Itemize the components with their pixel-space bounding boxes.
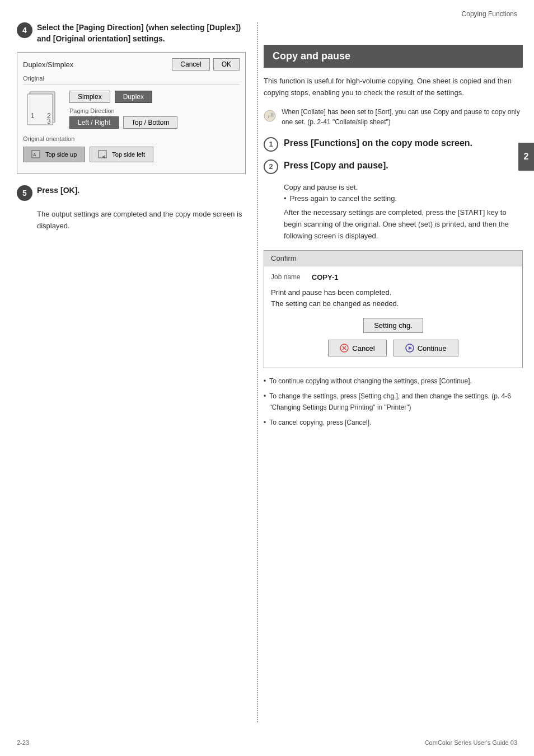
paging-direction-section: Paging Direction Left / Right Top / Bott… [69, 107, 177, 129]
orientation-buttons-row: A Top side up A Top side left [23, 147, 240, 162]
bullet-item-3-text: To cancel copying, press [Cancel]. [269, 417, 371, 428]
confirm-cancel-label: Cancel [352, 344, 374, 353]
confirm-dialog-body: Job name COPY-1 Print and pause has been… [264, 266, 522, 368]
step4-title: Select the [Paging Direction] (when sele… [37, 22, 246, 44]
confirm-dialog: Confirm Job name COPY-1 Print and pause … [264, 250, 523, 369]
top-side-up-button[interactable]: A Top side up [23, 147, 85, 162]
page-number: 2-23 [17, 739, 29, 746]
top-bottom-button[interactable]: Top / Bottom [123, 116, 177, 129]
confirm-job-row: Job name COPY-1 [271, 273, 516, 281]
job-name-value: COPY-1 [312, 273, 339, 281]
bullet-item-2: To change the settings, press [Setting c… [264, 391, 523, 412]
bullet-icon-1: • [284, 193, 287, 205]
step5-circle: 5 [17, 185, 32, 201]
bullet-item-1-text: To continue copying without changing the… [269, 376, 472, 387]
svg-text:A: A [33, 152, 36, 157]
right-step2-text: Press [Copy and pause]. [284, 159, 388, 172]
confirm-line1: Print and pause has been completed. [271, 287, 516, 299]
step2-bullet1: • Press again to cancel the setting. [284, 193, 523, 205]
bullet-item-2-text: To change the settings, press [Setting c… [269, 391, 523, 412]
bottom-bullet-list: To continue copying without changing the… [264, 376, 523, 428]
note-icon: i [264, 107, 276, 125]
confirm-dialog-header: Confirm [264, 251, 522, 266]
step5-header: 5 Press [OK]. [17, 185, 246, 201]
step5-section: 5 Press [OK]. The output settings are co… [17, 185, 246, 232]
top-side-up-label: Top side up [45, 151, 77, 158]
right-step1-text: Press [Functions] on the copy mode scree… [284, 137, 472, 149]
top-side-left-button[interactable]: A Top side left [90, 147, 153, 162]
left-column: 4 Select the [Paging Direction] (when se… [0, 11, 257, 734]
right-step1: 1 Press [Functions] on the copy mode scr… [264, 137, 523, 152]
bullet-item-1: To continue copying without changing the… [264, 376, 523, 387]
paging-direction-label: Paging Direction [69, 107, 177, 114]
dialog-title: Duplex/Simplex [23, 60, 73, 69]
confirm-line2: The setting can be changed as needed. [271, 298, 516, 310]
note-text: When [Collate] has been set to [Sort], y… [282, 107, 523, 127]
step2-sub-content: Copy and pause is set. • Press again to … [284, 182, 523, 242]
dialog-ok-button[interactable]: OK [213, 58, 240, 71]
svg-marker-18 [409, 346, 412, 350]
original-row: 2 1 3 Simplex Duplex [23, 89, 240, 130]
step2-bullet1-text: Press again to cancel the setting. [290, 193, 397, 205]
continue-icon [405, 344, 414, 353]
top-side-up-icon: A [31, 150, 43, 159]
step2-bullet2-text: After the necessary settings are complet… [284, 208, 509, 240]
confirm-text-lines: Print and pause has been completed. The … [271, 287, 516, 311]
step2-bullet2: After the necessary settings are complet… [284, 207, 523, 242]
series-name: ComColor Series User's Guide 03 [425, 739, 517, 746]
step5-description: The output settings are completed and th… [37, 209, 246, 232]
book-illustration: 2 1 3 [23, 89, 59, 130]
copy-pause-intro: This function is useful for high-volume … [264, 76, 523, 99]
right-step2-circle: 2 [264, 159, 278, 174]
svg-text:1: 1 [31, 112, 35, 120]
orientation-section: Original orientation A Top side up A [23, 135, 240, 162]
book-pages-svg: 2 1 3 [23, 89, 59, 128]
top-side-left-label: Top side left [112, 151, 145, 158]
job-name-label: Job name [271, 273, 301, 281]
orientation-label: Original orientation [23, 135, 240, 142]
chapter-badge: 2 [518, 143, 534, 171]
step4-circle: 4 [17, 22, 32, 38]
step5-title: Press [OK]. [37, 185, 79, 196]
original-label: Original [23, 75, 240, 84]
confirm-continue-label: Continue [418, 344, 447, 353]
copy-pause-title: Copy and pause [264, 45, 523, 68]
mode-buttons: Simplex Duplex Paging Direction Left / R… [69, 91, 177, 129]
confirm-action-row: Cancel Continue [271, 340, 516, 356]
note-box: i When [Collate] has been set to [Sort],… [264, 107, 523, 127]
setting-chg-button[interactable]: Setting chg. [363, 318, 423, 333]
step2-sub-text: Copy and pause is set. [284, 182, 523, 194]
duplex-button[interactable]: Duplex [115, 91, 152, 103]
svg-text:3: 3 [47, 118, 51, 125]
original-section: Original 2 1 [23, 75, 240, 130]
svg-text:A: A [101, 155, 106, 158]
step4-header: 4 Select the [Paging Direction] (when se… [17, 22, 246, 44]
paging-direction-buttons: Left / Right Top / Bottom [69, 116, 177, 129]
footer: 2-23 ComColor Series User's Guide 03 [0, 739, 534, 746]
dialog-header-buttons: Cancel OK [172, 58, 240, 71]
dialog-cancel-button[interactable]: Cancel [172, 58, 209, 71]
left-right-button[interactable]: Left / Right [69, 116, 119, 129]
simplex-button[interactable]: Simplex [69, 91, 110, 103]
bullet-item-3: To cancel copying, press [Cancel]. [264, 417, 523, 428]
right-step1-circle: 1 [264, 137, 278, 152]
dialog-header-row: Duplex/Simplex Cancel OK [23, 58, 240, 71]
cancel-icon [340, 344, 349, 353]
top-side-left-icon: A [98, 150, 109, 159]
confirm-cancel-button[interactable]: Cancel [328, 340, 386, 356]
svg-point-9 [264, 110, 275, 121]
right-column: Copy and pause This function is useful f… [258, 11, 534, 734]
right-step2: 2 Press [Copy and pause]. [264, 159, 523, 174]
simplex-duplex-row: Simplex Duplex [69, 91, 177, 103]
duplex-simplex-dialog: Duplex/Simplex Cancel OK Original [17, 52, 246, 174]
confirm-continue-button[interactable]: Continue [394, 340, 458, 356]
confirm-setting-btn-row: Setting chg. [271, 318, 516, 333]
